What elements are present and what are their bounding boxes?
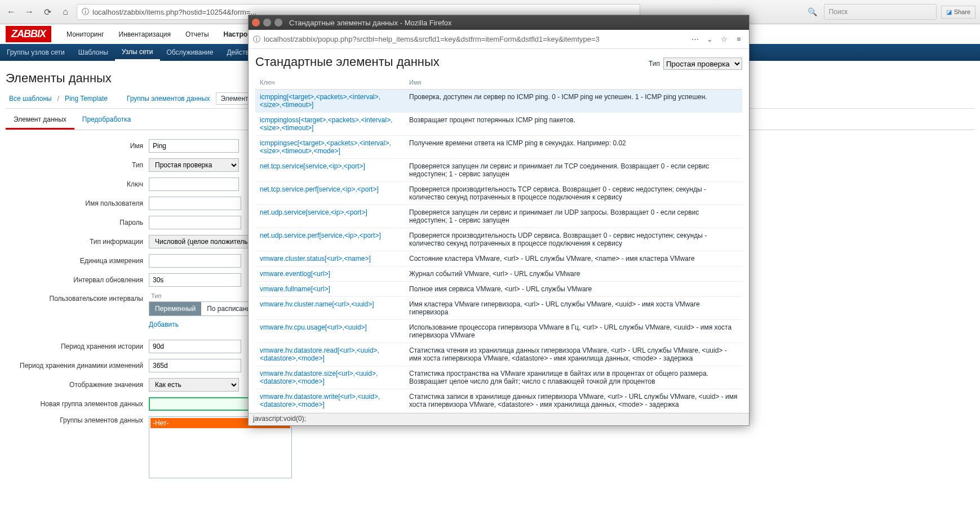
star-icon[interactable]: ☆ xyxy=(719,35,730,43)
table-row[interactable]: net.udp.service.perf[service,<ip>,<port>… xyxy=(255,228,742,251)
table-row[interactable]: icmppingsec[<target>,<packets>,<interval… xyxy=(255,136,742,159)
popup-window: Стандартные элементы данных - Mozilla Fi… xyxy=(248,15,750,426)
item-description: Проверяется запущен ли сервис и принимае… xyxy=(405,159,742,182)
select-showvalue[interactable]: Как есть xyxy=(149,378,239,392)
share-button[interactable]: ◪Share xyxy=(941,6,975,19)
item-description: Проверка, доступен ли сервер по ICMP pin… xyxy=(405,90,742,113)
home-icon[interactable]: ⌂ xyxy=(59,5,72,19)
zabbix-logo[interactable]: ZABBIX xyxy=(6,26,51,42)
sub-hostgroups[interactable]: Группы узлов сети xyxy=(0,44,72,61)
item-key-link[interactable]: vmware.hv.cpu.usage[<url>,<uuid>] xyxy=(255,320,405,343)
info-icon: ⓘ xyxy=(82,7,89,17)
input-history[interactable] xyxy=(149,340,241,353)
popup-heading: Стандартные элементы данных xyxy=(255,55,649,69)
item-key-link[interactable]: net.udp.service[service,<ip>,<port>] xyxy=(255,205,405,228)
popup-content: Стандартные элементы данных Тип Простая … xyxy=(249,49,749,425)
reload-icon[interactable]: ⟳ xyxy=(41,5,54,19)
item-key-link[interactable]: vmware.fullname[<url>] xyxy=(255,282,405,297)
interval-type-toggle: Переменный По расписанию xyxy=(149,301,261,316)
table-row[interactable]: vmware.hv.datastore.size[<url>,<uuid>,<d… xyxy=(255,366,742,389)
add-interval-link[interactable]: Добавить xyxy=(149,321,179,328)
main-url-text: localhost/zabbix/items.php?hostid=10254&… xyxy=(92,8,256,16)
tab-preprocessing[interactable]: Предобработка xyxy=(74,111,139,130)
item-key-link[interactable]: vmware.hv.datastore.write[<url>,<uuid>,<… xyxy=(255,389,405,412)
bc-all-templates[interactable]: Все шаблоны xyxy=(6,92,55,105)
item-description: Использование процессора гипервизора VMw… xyxy=(405,320,742,343)
input-interval[interactable] xyxy=(149,273,241,287)
item-key-link[interactable]: vmware.cluster.status[<url>,<name>] xyxy=(255,251,405,266)
input-name[interactable] xyxy=(149,139,239,153)
toggle-flexible[interactable]: Переменный xyxy=(149,302,201,315)
item-key-link[interactable]: vmware.hv.datastore.read[<url>,<uuid>,<d… xyxy=(255,343,405,366)
search-glass-icon[interactable]: 🔍 xyxy=(806,5,819,19)
input-units[interactable] xyxy=(149,254,241,268)
table-row[interactable]: net.tcp.service[service,<ip>,<port>]Пров… xyxy=(255,159,742,182)
forward-icon[interactable]: → xyxy=(23,5,36,19)
table-row[interactable]: vmware.fullname[<url>]Полное имя сервиса… xyxy=(255,282,742,297)
menu-reports[interactable]: Отчеты xyxy=(179,26,215,43)
label-trends: Период хранения динамики изменений xyxy=(6,362,149,370)
table-row[interactable]: vmware.cluster.status[<url>,<name>]Состо… xyxy=(255,251,742,266)
window-minimize-icon[interactable] xyxy=(263,19,271,26)
label-units: Единица измерения xyxy=(6,257,149,265)
item-description: Статистика записи в хранилище данных гип… xyxy=(405,389,742,412)
item-description: Имя кластера VMware гипервизора, <url> -… xyxy=(405,297,742,320)
table-row[interactable]: vmware.hv.datastore.write[<url>,<uuid>,<… xyxy=(255,389,742,412)
browser-search-input[interactable]: Поиск xyxy=(824,4,937,20)
item-description: Проверяется производительность UDP серви… xyxy=(405,228,742,251)
input-key[interactable] xyxy=(149,177,239,191)
item-key-link[interactable]: vmware.eventlog[<url>] xyxy=(255,266,405,282)
popup-type-label: Тип xyxy=(649,60,660,68)
table-row[interactable]: vmware.hv.cpu.usage[<url>,<uuid>]Использ… xyxy=(255,320,742,343)
window-maximize-icon[interactable] xyxy=(274,19,282,26)
table-row[interactable]: net.udp.service[service,<ip>,<port>]Пров… xyxy=(255,205,742,228)
table-row[interactable]: net.tcp.service.perf[service,<ip>,<port>… xyxy=(255,182,742,205)
menu-monitoring[interactable]: Мониторинг xyxy=(60,26,111,43)
pocket-icon[interactable]: ⌄ xyxy=(704,35,715,43)
table-row[interactable]: icmppingloss[<target>,<packets>,<interva… xyxy=(255,113,742,136)
label-name: Имя xyxy=(6,142,149,150)
table-row[interactable]: icmpping[<target>,<packets>,<interval>,<… xyxy=(255,90,742,113)
popup-urlbar: ⓘ localhost/zabbix/popup.php?srctbl=help… xyxy=(249,30,749,49)
input-username[interactable] xyxy=(149,197,241,210)
input-trends[interactable] xyxy=(149,359,241,372)
item-key-link[interactable]: vmware.hv.datastore.size[<url>,<uuid>,<d… xyxy=(255,366,405,389)
table-row[interactable]: vmware.hv.datastore.read[<url>,<uuid>,<d… xyxy=(255,343,742,366)
more-icon[interactable]: ⋯ xyxy=(689,35,700,43)
input-password[interactable] xyxy=(149,216,241,229)
label-username: Имя пользователя xyxy=(6,199,149,207)
sub-hosts[interactable]: Узлы сети xyxy=(115,44,160,61)
bc-template[interactable]: Ping Template xyxy=(61,92,111,105)
sub-maintenance[interactable]: Обслуживание xyxy=(160,44,220,61)
item-description: Полное имя сервиса VMware, <url> - URL с… xyxy=(405,282,742,297)
table-row[interactable]: vmware.hv.cluster.name[<url>,<uuid>]Имя … xyxy=(255,297,742,320)
item-key-link[interactable]: icmpping[<target>,<packets>,<interval>,<… xyxy=(255,90,405,113)
table-row[interactable]: vmware.eventlog[<url>]Журнал событий VMw… xyxy=(255,266,742,282)
item-description: Статистика пространства на VMware хранил… xyxy=(405,366,742,389)
tab-item[interactable]: Элемент данных xyxy=(6,111,74,130)
popup-titlebar[interactable]: Стандартные элементы данных - Mozilla Fi… xyxy=(249,15,749,30)
col-name: Имя xyxy=(405,75,742,90)
popup-url-text[interactable]: localhost/zabbix/popup.php?srctbl=help_i… xyxy=(264,35,686,43)
label-password: Пароль xyxy=(6,219,149,226)
item-key-link[interactable]: net.tcp.service.perf[service,<ip>,<port>… xyxy=(255,182,405,205)
back-icon[interactable]: ← xyxy=(5,5,18,19)
item-key-link[interactable]: icmppingloss[<target>,<packets>,<interva… xyxy=(255,113,405,136)
label-infotype: Тип информации xyxy=(6,238,149,246)
bc-groups[interactable]: Группы элементов данных xyxy=(123,92,214,105)
item-key-link[interactable]: net.tcp.service[service,<ip>,<port>] xyxy=(255,159,405,182)
menu-icon[interactable]: ≡ xyxy=(733,35,744,43)
menu-inventory[interactable]: Инвентаризация xyxy=(112,26,178,43)
window-close-icon[interactable] xyxy=(252,19,260,26)
interval-type-header: Тип xyxy=(149,292,261,301)
item-description: Возвращает процент потерянных ICMP ping … xyxy=(405,113,742,136)
item-key-link[interactable]: vmware.hv.cluster.name[<url>,<uuid>] xyxy=(255,297,405,320)
select-type[interactable]: Простая проверка xyxy=(149,158,239,172)
popup-window-title: Стандартные элементы данных - Mozilla Fi… xyxy=(289,19,451,27)
label-key: Ключ xyxy=(6,180,149,188)
popup-type-select[interactable]: Простая проверка xyxy=(663,57,742,70)
item-key-link[interactable]: icmppingsec[<target>,<packets>,<interval… xyxy=(255,136,405,159)
label-history: Период хранения истории xyxy=(6,343,149,350)
sub-templates[interactable]: Шаблоны xyxy=(72,44,115,61)
item-key-link[interactable]: net.udp.service.perf[service,<ip>,<port>… xyxy=(255,228,405,251)
